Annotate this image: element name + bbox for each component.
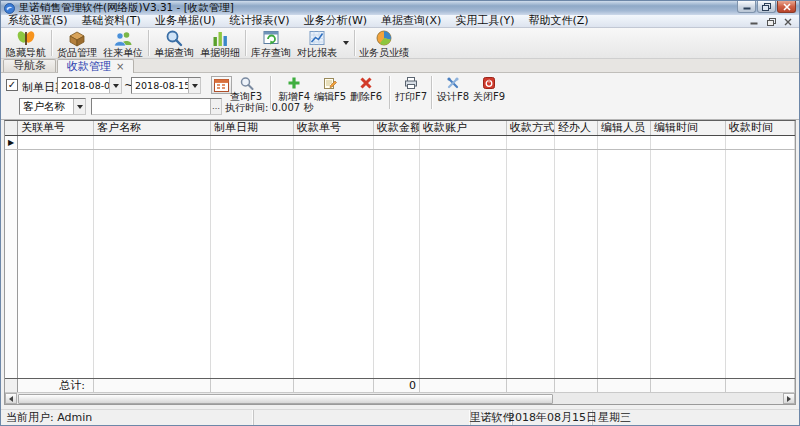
hide-navigation-button[interactable]: 隐藏导航: [3, 28, 49, 58]
mdi-restore-button[interactable]: [764, 16, 778, 27]
plus-icon: [287, 76, 301, 90]
close-button[interactable]: [777, 1, 796, 13]
toolbar-separator: [51, 30, 52, 56]
filter-separator: [431, 76, 432, 109]
grid-select-all-cell[interactable]: [5, 121, 18, 135]
tab-close-icon[interactable]: ×: [116, 62, 124, 72]
column-header-edit-time[interactable]: 编辑时间: [651, 121, 726, 135]
menu-business-analysis[interactable]: 业务分析(W): [297, 15, 374, 27]
grid-current-row[interactable]: ▶: [5, 136, 795, 150]
menu-base-data[interactable]: 基础资料(T): [75, 15, 148, 27]
tab-navigation[interactable]: 导航条: [3, 59, 56, 72]
restore-icon: [762, 3, 771, 11]
mdi-restore-icon: [767, 18, 776, 26]
mdi-close-button[interactable]: [781, 16, 795, 27]
application-window: { "window": { "title": "里诺销售管理软件(网络版)V3.…: [0, 0, 800, 426]
search-more-button[interactable]: …: [210, 99, 221, 114]
grid-cell: [726, 136, 795, 149]
date-from-dropdown[interactable]: [109, 78, 121, 93]
execution-time-value: 0.007: [272, 102, 301, 113]
column-header-doc-date[interactable]: 制单日期: [211, 121, 294, 135]
footer-cell: [211, 379, 294, 392]
comparison-report-dropdown[interactable]: [340, 28, 352, 58]
footer-cell: [420, 379, 507, 392]
document-query-button[interactable]: 单据查询: [151, 28, 197, 58]
document-detail-label: 单据明细: [200, 48, 240, 58]
date-from-value: 2018-08-01: [58, 80, 109, 91]
tab-bar: 导航条 收款管理 ×: [1, 59, 799, 73]
mdi-window-controls: [747, 16, 795, 27]
business-partners-label: 往来单位: [103, 48, 143, 58]
scroll-left-button[interactable]: [5, 393, 17, 404]
tab-payment-management[interactable]: 收款管理 ×: [57, 59, 134, 73]
filter-separator: [389, 76, 390, 109]
column-header-receipt-time[interactable]: 收款时间: [726, 121, 795, 135]
status-empty-panel: [254, 410, 471, 425]
menu-help[interactable]: 帮助文件(Z): [522, 15, 596, 27]
grid-column-line: [94, 150, 211, 378]
search-input[interactable]: …: [91, 98, 222, 115]
column-header-related-doc[interactable]: 关联单号: [18, 121, 94, 135]
row-marker-icon: ▶: [5, 136, 18, 149]
add-button[interactable]: 新增F4: [276, 76, 312, 102]
footer-total-label: 总计:: [18, 379, 94, 392]
document-detail-button[interactable]: 单据明细: [197, 28, 243, 58]
search-field-selector[interactable]: 客户名称: [19, 98, 86, 115]
menu-system-settings[interactable]: 系统设置(S): [1, 15, 75, 27]
mdi-minimize-button[interactable]: [747, 16, 761, 27]
column-header-receipt-no[interactable]: 收款单号: [294, 121, 374, 135]
goods-management-button[interactable]: 货品管理: [54, 28, 100, 58]
grid-column-line: [5, 150, 18, 378]
grid-cell: [211, 136, 294, 149]
footer-cell: [507, 379, 555, 392]
column-header-editor[interactable]: 编辑人员: [598, 121, 651, 135]
print-button-label: 打印F7: [395, 92, 427, 102]
menu-utilities[interactable]: 实用工具(Y): [448, 15, 521, 27]
search-field-dropdown[interactable]: [73, 99, 85, 114]
column-header-method[interactable]: 收款方式: [507, 121, 555, 135]
menu-business-documents[interactable]: 业务单据(U): [148, 15, 223, 27]
column-header-amount[interactable]: 收款金额: [374, 121, 420, 135]
grid-cell: [555, 136, 598, 149]
menu-document-query[interactable]: 单据查询(X): [374, 15, 448, 27]
close-tab-button[interactable]: 关闭F9: [471, 76, 507, 102]
grid-empty-body: [5, 150, 795, 378]
status-current-user: 当前用户: Admin: [1, 410, 254, 425]
goods-box-icon: [67, 29, 87, 47]
date-filter-checkbox[interactable]: ✓: [6, 79, 18, 91]
restore-button[interactable]: [757, 1, 776, 13]
scrollbar-thumb[interactable]: [18, 394, 553, 404]
horizontal-scrollbar[interactable]: [5, 392, 795, 404]
query-button[interactable]: 查询F3: [225, 76, 267, 102]
mdi-close-icon: [784, 18, 792, 26]
title-bar: 里诺销售管理软件(网络版)V3.31 - [收款管理]: [1, 1, 799, 15]
window-title: 里诺销售管理软件(网络版)V3.31 - [收款管理]: [19, 1, 234, 15]
grid-cell: [598, 136, 651, 149]
minimize-button[interactable]: [737, 1, 756, 13]
column-header-handler[interactable]: 经办人: [555, 121, 598, 135]
business-partners-button[interactable]: 往来单位: [100, 28, 146, 58]
edit-button[interactable]: 编辑F5: [312, 76, 348, 102]
column-header-customer-name[interactable]: 客户名称: [94, 121, 211, 135]
column-header-account[interactable]: 收款账户: [420, 121, 507, 135]
checkbox-check-icon: ✓: [8, 80, 16, 90]
design-button[interactable]: 设计F8: [435, 76, 471, 102]
date-from-field[interactable]: 2018-08-01: [57, 77, 122, 94]
inventory-query-button[interactable]: 库存查询: [248, 28, 294, 58]
menu-statistics-reports[interactable]: 统计报表(V): [223, 15, 297, 27]
footer-cell: [651, 379, 726, 392]
arrow-left-icon: [9, 396, 13, 402]
date-to-dropdown[interactable]: [188, 78, 200, 93]
minimize-icon: [743, 3, 751, 10]
print-button[interactable]: 打印F7: [393, 76, 429, 102]
date-to-field[interactable]: 2018-08-15: [131, 77, 201, 94]
grid-column-line: [726, 150, 795, 378]
comparison-report-button[interactable]: 对比报表: [294, 28, 340, 58]
inventory-query-label: 库存查询: [251, 48, 291, 58]
pie-chart-icon: [374, 29, 394, 47]
salesman-performance-button[interactable]: 业务员业绩: [357, 28, 411, 58]
scroll-right-button[interactable]: [783, 393, 795, 404]
comparison-chart-icon: [307, 29, 327, 47]
close-button-label: 关闭F9: [473, 92, 505, 102]
delete-button[interactable]: 删除F6: [348, 76, 384, 102]
